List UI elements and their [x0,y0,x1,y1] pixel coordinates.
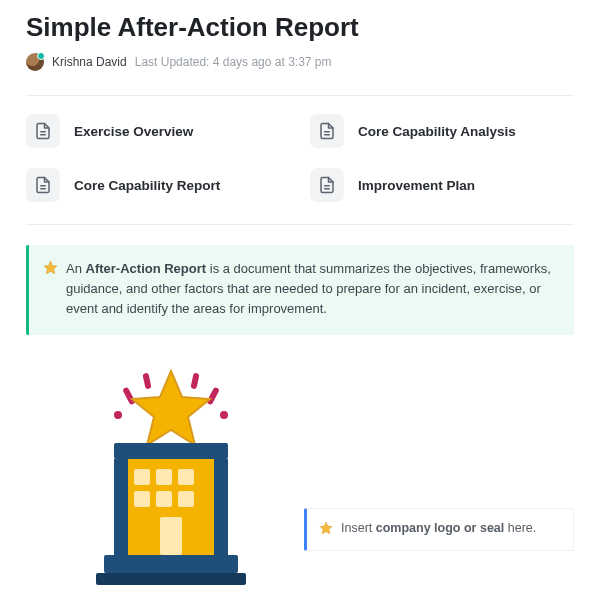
document-icon [26,114,60,148]
svg-point-13 [114,411,122,419]
page-title: Simple After-Action Report [26,12,574,43]
section-link-core-capability-report[interactable]: Core Capability Report [26,168,290,202]
last-updated: Last Updated: 4 days ago at 3:37 pm [135,55,332,69]
svg-rect-12 [190,373,199,390]
svg-rect-9 [122,387,136,406]
svg-marker-15 [132,371,210,445]
section-link-exercise-overview[interactable]: Exercise Overview [26,114,290,148]
author-name: Krishna David [52,55,127,69]
section-link-core-capability-analysis[interactable]: Core Capability Analysis [310,114,574,148]
star-icon [43,260,58,319]
svg-rect-27 [104,555,238,573]
svg-rect-26 [214,459,228,555]
logo-placeholder-callout[interactable]: Insert company logo or seal here. [304,508,574,551]
definition-callout: An After-Action Report is a document tha… [26,245,574,335]
svg-rect-16 [114,443,228,459]
building-illustration [66,365,276,589]
document-icon [310,114,344,148]
svg-rect-10 [206,387,220,406]
star-icon [319,521,333,538]
section-label: Exercise Overview [74,124,193,139]
section-links: Exercise Overview Core Capability Analys… [26,114,574,202]
svg-rect-22 [156,491,172,507]
document-icon [310,168,344,202]
svg-rect-11 [142,373,151,390]
section-label: Improvement Plan [358,178,475,193]
divider [26,224,574,225]
document-icon [26,168,60,202]
svg-marker-29 [320,523,332,535]
section-label: Core Capability Report [74,178,220,193]
divider [26,95,574,96]
author-avatar [26,53,44,71]
svg-marker-8 [44,261,57,274]
section-label: Core Capability Analysis [358,124,516,139]
svg-rect-19 [156,469,172,485]
section-link-improvement-plan[interactable]: Improvement Plan [310,168,574,202]
svg-rect-24 [160,517,182,555]
svg-rect-20 [178,469,194,485]
logo-placeholder-text: Insert company logo or seal here. [341,521,536,538]
svg-point-14 [220,411,228,419]
definition-text: An After-Action Report is a document tha… [66,259,558,319]
svg-rect-21 [134,491,150,507]
svg-rect-23 [178,491,194,507]
byline: Krishna David Last Updated: 4 days ago a… [26,53,574,95]
svg-rect-25 [114,459,128,555]
svg-rect-28 [96,573,246,585]
svg-rect-18 [134,469,150,485]
